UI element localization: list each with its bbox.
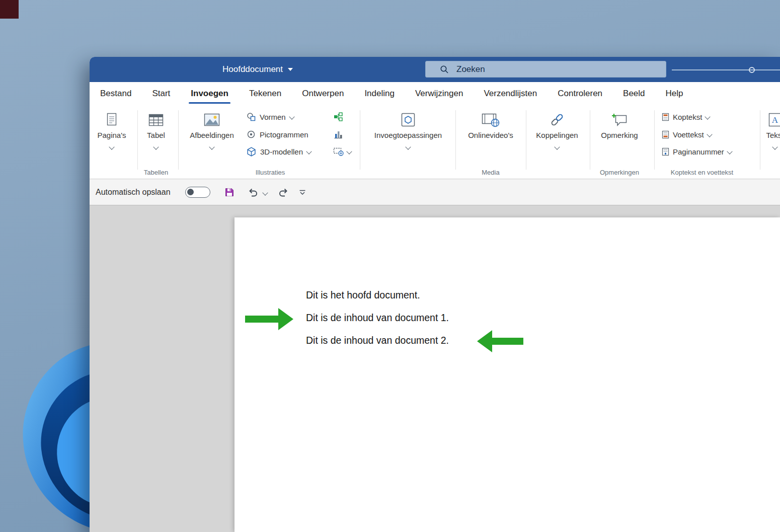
- tab-invoegen[interactable]: Invoegen: [191, 82, 228, 105]
- tab-controleren[interactable]: Controleren: [558, 82, 602, 105]
- chevron-down-icon[interactable]: [346, 148, 352, 154]
- voettekst-button[interactable]: Voettekst: [662, 128, 712, 141]
- picture-icon: [204, 113, 220, 126]
- chevron-down-icon: [405, 144, 411, 149]
- koppelingen-label: Koppelingen: [536, 131, 578, 139]
- doc-line-3[interactable]: Dit is de inhoud van document 2.: [306, 335, 449, 346]
- pictogrammen-button[interactable]: Pictogrammen: [247, 128, 308, 141]
- ribbon: Pagina's Tabel: [90, 105, 780, 179]
- tab-bestand[interactable]: Bestand: [100, 82, 131, 105]
- green-arrow-left: [477, 330, 523, 352]
- tab-indeling[interactable]: Indeling: [364, 82, 395, 105]
- grafiek-button[interactable]: [333, 128, 343, 141]
- shapes-icon: [247, 112, 256, 121]
- quick-access-toolbar: Automatisch opslaan: [90, 179, 780, 205]
- koptekst-label: Koptekst: [673, 113, 702, 121]
- chevron-down-icon[interactable]: [306, 148, 311, 154]
- tekst-label: Tekst: [766, 131, 780, 139]
- autosave-toggle[interactable]: [185, 187, 210, 198]
- doc-line-2[interactable]: Dit is de inhoud van document 1.: [306, 312, 449, 324]
- link-icon: [550, 113, 565, 127]
- document-title-text: Hoofddocument: [222, 64, 283, 74]
- invoegtoepassingen-button[interactable]: Invoegtoepassingen: [367, 110, 449, 147]
- document-title[interactable]: Hoofddocument: [222, 57, 293, 82]
- search-icon: [440, 65, 449, 74]
- comment-icon: [611, 112, 628, 127]
- chevron-down-icon[interactable]: [289, 114, 294, 119]
- 3d-cube-icon: [247, 147, 256, 157]
- table-icon: [148, 113, 164, 127]
- titlebar: Hoofddocument Zoeken: [90, 57, 780, 82]
- undo-button[interactable]: [248, 179, 259, 205]
- chevron-down-icon[interactable]: [727, 148, 732, 154]
- chevron-down-icon: [772, 144, 777, 149]
- search-box[interactable]: Zoeken: [425, 61, 666, 78]
- chevron-down-icon: [209, 144, 214, 149]
- group-label-tabellen: Tabellen: [144, 169, 168, 176]
- smartart-button[interactable]: [333, 110, 343, 123]
- save-button[interactable]: [224, 179, 235, 205]
- doc-line-1[interactable]: Dit is het hoofd document.: [306, 289, 420, 301]
- paginas-label: Pagina's: [97, 131, 126, 139]
- footer-icon: [662, 130, 669, 139]
- group-label-koptekst-voettekst: Koptekst en voettekst: [671, 169, 733, 176]
- tab-verzendlijsten[interactable]: Verzendlijsten: [484, 82, 537, 105]
- onlinevideos-button[interactable]: Onlinevideo's: [461, 110, 520, 139]
- document-page[interactable]: Dit is het hoofd document. Dit is de inh…: [235, 217, 780, 532]
- paginas-button[interactable]: Pagina's: [95, 110, 129, 147]
- tekst-button[interactable]: A Tekst: [759, 110, 780, 147]
- opmerking-button[interactable]: Opmerking: [595, 110, 644, 139]
- windows-bloom-wallpaper: [0, 342, 90, 532]
- tabel-label: Tabel: [147, 131, 165, 139]
- group-separator: [137, 110, 138, 170]
- invoegtoepassingen-dropdown[interactable]: [406, 142, 410, 147]
- tab-ontwerpen[interactable]: Ontwerpen: [302, 82, 344, 105]
- titlebar-line: [672, 69, 780, 70]
- pictogrammen-label: Pictogrammen: [260, 130, 308, 139]
- vormen-label: Vormen: [260, 113, 286, 121]
- tab-verwijzingen[interactable]: Verwijzingen: [415, 82, 463, 105]
- customize-toolbar-icon: [299, 189, 306, 196]
- tab-help[interactable]: Help: [666, 82, 683, 105]
- tabel-dropdown[interactable]: [154, 142, 158, 147]
- titlebar-knob: [749, 67, 755, 73]
- undo-dropdown-chevron[interactable]: [262, 190, 268, 195]
- undo-icon: [248, 187, 259, 197]
- add-ins-icon: [401, 112, 416, 127]
- paginanummer-button[interactable]: Paginanummer: [662, 145, 732, 158]
- paginas-dropdown[interactable]: [110, 142, 114, 147]
- desktop-corner-swatch: [0, 0, 19, 19]
- customize-toolbar-button[interactable]: [299, 179, 306, 205]
- chart-icon: [333, 129, 343, 139]
- afbeeldingen-label: Afbeeldingen: [190, 131, 234, 139]
- word-window: Hoofddocument Zoeken Bestand Start Invoe…: [90, 57, 780, 532]
- group-separator: [526, 110, 526, 170]
- vormen-button[interactable]: Vormen: [247, 110, 294, 123]
- afbeeldingen-dropdown[interactable]: [210, 142, 214, 147]
- chevron-down-icon[interactable]: [705, 114, 711, 119]
- tab-tekenen[interactable]: Tekenen: [249, 82, 281, 105]
- online-video-icon: [482, 112, 500, 127]
- 3d-modellen-button[interactable]: 3D-modellen: [247, 145, 311, 158]
- paginanummer-label: Paginanummer: [673, 147, 724, 156]
- koppelingen-dropdown[interactable]: [555, 142, 559, 147]
- pages-icon: [106, 112, 118, 127]
- header-icon: [662, 113, 669, 121]
- svg-text:A: A: [772, 115, 778, 125]
- chevron-down-icon[interactable]: [707, 131, 712, 137]
- ribbon-tab-row: Bestand Start Invoegen Tekenen Ontwerpen…: [90, 82, 780, 105]
- redo-button[interactable]: [278, 179, 289, 205]
- tabel-button[interactable]: Tabel: [139, 110, 173, 147]
- koppelingen-button[interactable]: Koppelingen: [529, 110, 585, 147]
- tekst-dropdown[interactable]: [773, 142, 777, 147]
- koptekst-button[interactable]: Koptekst: [662, 110, 710, 123]
- opmerking-label: Opmerking: [601, 131, 638, 139]
- group-separator: [178, 110, 179, 170]
- group-separator: [455, 110, 456, 170]
- tab-start[interactable]: Start: [152, 82, 170, 105]
- afbeeldingen-button[interactable]: Afbeeldingen: [185, 110, 239, 147]
- schermafbeelding-button[interactable]: [333, 145, 351, 158]
- search-placeholder: Zoeken: [456, 64, 485, 74]
- tab-beeld[interactable]: Beeld: [623, 82, 645, 105]
- group-label-media: Media: [482, 169, 499, 176]
